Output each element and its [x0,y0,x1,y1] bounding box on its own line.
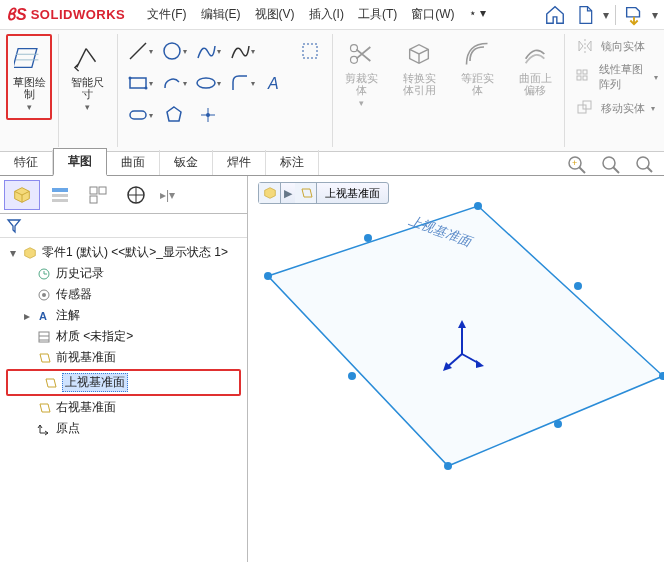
plane-icon [36,350,52,366]
menu-insert[interactable]: 插入(I) [303,2,350,27]
menu-tools[interactable]: 工具(T) [352,2,403,27]
svg-rect-18 [577,70,581,74]
tree-history[interactable]: 历史记录 [2,263,245,284]
menubar: ϐS SOLIDWORKS 文件(F) 编辑(E) 视图(V) 插入(I) 工具… [0,0,664,30]
svg-point-50 [264,272,272,280]
circle-tool-icon[interactable]: ▾ [158,36,190,66]
convert-button[interactable]: 转换实体引用 [396,34,442,100]
offset-curve-label: 曲面上偏移 [514,72,556,96]
zoom-area-icon[interactable] [600,154,624,174]
offset-eq-button[interactable]: 等距实体 [454,34,500,100]
slot-tool-icon[interactable]: ▾ [124,100,156,130]
text-tool-icon[interactable]: A [260,68,292,98]
dropdown-icon: ▾ [85,102,90,112]
logo-mark-icon: ϐS [6,5,27,24]
svg-rect-0 [14,49,37,68]
ribbon: 草图绘制 ▾ 智能尺寸 ▾ ▾ ▾ ▾ ▾ ▾ ▾ ▾ ▾ A ▾ [0,30,664,152]
sketch-button[interactable]: 草图绘制 ▾ [6,34,52,120]
smart-dimension-button[interactable]: 智能尺寸 ▾ [65,34,111,120]
property-manager-tab-icon[interactable] [42,180,78,210]
svg-point-4 [164,43,180,59]
rectangle-tool-icon[interactable]: ▾ [124,68,156,98]
tab-sheetmetal[interactable]: 钣金 [160,150,213,175]
plane-icon [42,375,58,391]
curve-offset-icon [519,38,551,70]
collapse-icon[interactable]: ▾ [8,246,18,260]
tab-surface[interactable]: 曲面 [107,150,160,175]
svg-point-56 [554,420,562,428]
annotation-icon: A [36,308,52,324]
graphics-area[interactable]: ▶ 上视基准面 上视基准面 [248,176,664,562]
export-icon[interactable] [622,3,646,27]
tree-right-plane[interactable]: 右视基准面 [2,397,245,418]
funnel-icon[interactable] [6,218,22,234]
menu-edit[interactable]: 编辑(E) [195,2,247,27]
new-doc-icon[interactable] [573,3,597,27]
tree-sensors[interactable]: 传感器 [2,284,245,305]
prev-view-icon[interactable] [634,154,654,174]
svg-point-16 [351,45,358,52]
mirror-button[interactable]: 镜向实体 [575,36,658,56]
feature-manager-tab-icon[interactable] [4,180,40,210]
point-tool-icon[interactable] [192,100,224,130]
tree-root[interactable]: ▾ 零件1 (默认) <<默认>_显示状态 1> [2,242,245,263]
svg-point-7 [128,77,131,80]
trim-button[interactable]: 剪裁实体 ▾ [338,34,384,112]
tab-sketch[interactable]: 草图 [53,148,107,176]
tab-feature[interactable]: 特征 [0,150,53,175]
svg-rect-33 [52,199,68,202]
home-icon[interactable] [543,3,567,27]
trim-label: 剪裁实体 [340,72,382,96]
origin-icon [36,421,52,437]
polygon-tool-icon[interactable] [158,100,190,130]
dimxpert-tab-icon[interactable] [118,180,154,210]
svg-rect-20 [577,76,581,80]
selection-box-icon[interactable] [294,36,326,66]
line-tool-icon[interactable]: ▾ [124,36,156,66]
svg-point-8 [144,87,147,90]
menu-window[interactable]: 窗口(W) [405,2,460,27]
svg-point-54 [364,234,372,242]
tab-weldment[interactable]: 焊件 [213,150,266,175]
tab-annotate[interactable]: 标注 [266,150,319,175]
svg-text:A: A [39,310,47,322]
spline-tool-icon[interactable]: ▾ [192,36,224,66]
menu-more-icon[interactable]: ⋆ ▾ [463,2,492,27]
arc-tool-icon[interactable]: ▾ [158,68,190,98]
work-area: ▸|▾ ▾ 零件1 (默认) <<默认>_显示状态 1> 历史记录 传感器 ▸ [0,176,664,562]
menu-file[interactable]: 文件(F) [141,2,192,27]
svg-point-17 [351,56,358,63]
menu-view[interactable]: 视图(V) [249,2,301,27]
viewport-svg: 上视基准面 [248,176,664,562]
plane-icon [36,400,52,416]
tree-annotations[interactable]: ▸ A 注解 [2,305,245,326]
svg-rect-34 [90,187,97,194]
linear-pattern-button[interactable]: 线性草图阵列▾ [575,62,658,92]
ellipse-tool-icon[interactable]: ▾ [192,68,224,98]
command-tabs: 特征 草图 曲面 钣金 焊件 标注 + [0,152,664,176]
dropdown-icon[interactable]: ▾ [603,8,609,22]
offset-icon [461,38,493,70]
sketch-icon [13,42,45,74]
svg-point-51 [474,202,482,210]
dropdown-icon[interactable]: ▾ [652,8,658,22]
tree-material[interactable]: 材质 <未指定> [2,326,245,347]
svg-rect-21 [583,76,587,80]
spline-tool-icon[interactable]: ▾ [226,36,258,66]
tree-top-plane[interactable]: 上视基准面 [6,369,241,396]
offset-eq-label: 等距实体 [456,72,498,96]
mirror-icon [575,36,595,56]
svg-marker-12 [167,107,181,121]
offset-curve-button[interactable]: 曲面上偏移 [512,34,558,100]
fillet-tool-icon[interactable]: ▾ [226,68,258,98]
manager-more-icon[interactable]: ▸|▾ [156,188,179,202]
svg-rect-31 [52,188,68,192]
tree-origin[interactable]: 原点 [2,418,245,439]
dimension-icon [72,42,104,74]
config-manager-tab-icon[interactable] [80,180,116,210]
expand-icon[interactable]: ▸ [22,309,32,323]
tree-front-plane[interactable]: 前视基准面 [2,347,245,368]
svg-point-57 [348,372,356,380]
zoom-to-fit-icon[interactable]: + [566,154,590,174]
move-button[interactable]: 移动实体▾ [575,98,658,118]
